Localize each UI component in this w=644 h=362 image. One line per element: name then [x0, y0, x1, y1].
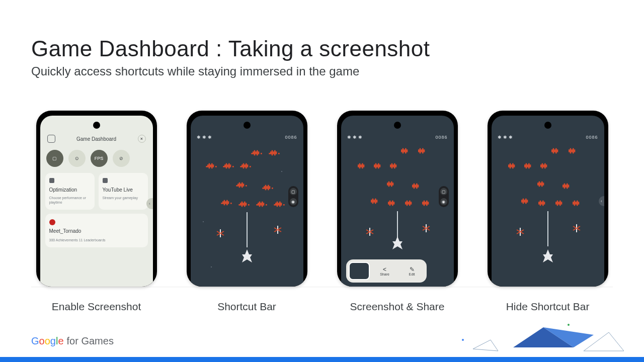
enemy-sprite — [536, 180, 547, 188]
svg-point-4 — [462, 339, 464, 341]
enemy-sprite — [567, 147, 578, 155]
enemy-sprite — [417, 147, 428, 155]
enemy-sprite — [262, 184, 273, 192]
player-beam — [547, 211, 548, 246]
enemy-sprite — [238, 200, 250, 208]
enemy-sprite — [206, 162, 217, 170]
bottom-accent-bar — [0, 357, 644, 362]
shortcut-bar[interactable]: ▢ ◉ — [439, 186, 449, 207]
shortcut-record-icon[interactable]: ◉ — [290, 198, 297, 205]
svg-point-5 — [568, 324, 570, 326]
profile-stats: 300 Achievements 11 Leaderboards — [49, 238, 144, 242]
explosion-sprite — [365, 227, 374, 236]
explosion-sprite — [216, 229, 225, 238]
caption-screenshot-share: Screenshot & Share — [332, 301, 462, 313]
row-shadow — [31, 287, 613, 288]
enemy-sprite — [404, 199, 415, 207]
dashboard-header: Game Dashboard × — [45, 135, 148, 143]
player-ship[interactable] — [541, 249, 555, 262]
game-screen: ✱✱✱ 0086 ▢ ◉ — [341, 116, 454, 287]
chip-dnd[interactable]: ⊘ — [113, 150, 130, 167]
card-title: YouTube Live — [103, 187, 144, 193]
player-ship[interactable] — [240, 249, 254, 262]
hud-lives: ✱✱✱ — [197, 135, 213, 140]
enemy-sprite — [386, 199, 397, 207]
footer-branding: Google for Games — [31, 335, 114, 347]
enemy-sprite — [523, 162, 534, 170]
card-youtube-live[interactable]: YouTube Live Stream your gameplay — [99, 173, 148, 210]
game-hud: ✱✱✱ 0086 — [197, 135, 297, 140]
hud-lives: ✱✱✱ — [498, 135, 514, 140]
edit-icon: ✎ — [410, 266, 415, 273]
chip-fps[interactable]: FPS — [91, 150, 108, 167]
svg-marker-2 — [584, 332, 624, 351]
shortcut-record-icon[interactable]: ◉ — [440, 198, 447, 205]
dashboard-screen: Game Dashboard × ▢ ⊙ FPS ⊘ Optimization … — [40, 116, 153, 287]
caption-hide-shortcut: Hide Shortcut Bar — [482, 301, 613, 313]
explosion-sprite — [572, 224, 581, 233]
enemy-sprite — [421, 199, 432, 207]
screenshot-thumbnail[interactable] — [349, 262, 370, 280]
slide-title: Game Dashboard : Taking a screenshot — [31, 36, 430, 61]
enemy-sprite — [223, 162, 234, 170]
chevron-left-icon[interactable]: ‹ — [599, 196, 604, 206]
phone-frame: ✱✱✱ 0086 — [187, 111, 307, 287]
enemy-sprite — [240, 162, 251, 170]
star-dot — [281, 171, 282, 172]
card-sub: Stream your gameplay — [103, 196, 144, 200]
card-sub: Choose performance or playtime — [49, 196, 91, 205]
edit-button[interactable]: ✎ Edit — [400, 266, 424, 276]
explosion-sprite — [422, 224, 431, 233]
profile-name: Meet_Tornado — [49, 228, 144, 234]
enemy-sprite — [221, 199, 232, 207]
phone-frame: ✱✱✱ 0086 ‹ — [488, 111, 608, 287]
enemy-sprite — [507, 162, 518, 170]
phones-row: Game Dashboard × ▢ ⊙ FPS ⊘ Optimization … — [31, 111, 613, 313]
shortcut-screenshot-icon[interactable]: ▢ — [290, 188, 297, 195]
close-icon[interactable]: × — [138, 135, 146, 143]
enemy-sprite — [550, 147, 561, 155]
decorative-polygons — [443, 320, 624, 355]
enemy-sprite — [399, 147, 411, 155]
col-enable-screenshot: Game Dashboard × ▢ ⊙ FPS ⊘ Optimization … — [31, 111, 162, 313]
card-optimization[interactable]: Optimization Choose performance or playt… — [45, 173, 95, 210]
shortcut-screenshot-icon[interactable]: ▢ — [440, 188, 447, 195]
player-ship[interactable] — [390, 236, 405, 249]
caption-enable-screenshot: Enable Screenshot — [31, 301, 162, 313]
explosion-sprite — [516, 227, 525, 236]
col-hide-shortcut-bar: ✱✱✱ 0086 ‹ Hide Short — [482, 111, 613, 313]
enemy-sprite — [372, 162, 383, 170]
enemy-sprite — [236, 181, 247, 189]
game-hud: ✱✱✱ 0086 — [498, 135, 598, 140]
enemy-sprite — [520, 197, 531, 205]
caption-shortcut-bar: Shortcut Bar — [182, 301, 312, 313]
hud-score: 0086 — [586, 135, 598, 140]
shortcut-bar[interactable]: ▢ ◉ — [288, 186, 298, 207]
enemy-sprite — [356, 162, 367, 170]
camera-notch — [544, 122, 551, 129]
camera-notch — [244, 122, 251, 129]
camera-notch — [93, 122, 100, 129]
gauge-icon — [49, 178, 54, 183]
card-title: Optimization — [49, 187, 91, 193]
dashboard-chips: ▢ ⊙ FPS ⊘ — [45, 150, 148, 167]
enemy-sprite — [385, 180, 396, 188]
game-hud: ✱✱✱ 0086 — [347, 135, 448, 140]
dashboard-settings-icon[interactable] — [47, 135, 55, 143]
game-screen: ✱✱✱ 0086 ‹ — [492, 116, 604, 287]
slide-subtitle: Quickly access shortcuts while staying i… — [31, 64, 430, 78]
enemy-sprite — [539, 162, 550, 170]
svg-marker-1 — [543, 327, 594, 347]
share-button[interactable]: < Share — [373, 266, 397, 276]
svg-marker-0 — [513, 327, 574, 347]
chip-screenshot[interactable]: ▢ — [46, 150, 63, 167]
chip-record[interactable]: ⊙ — [68, 150, 86, 167]
col-screenshot-share: ✱✱✱ 0086 ▢ ◉ — [332, 111, 462, 313]
phone-frame: Game Dashboard × ▢ ⊙ FPS ⊘ Optimization … — [36, 111, 157, 287]
slide-heading: Game Dashboard : Taking a screenshot Qui… — [31, 36, 430, 78]
enemy-sprite — [411, 182, 422, 190]
camera-notch — [394, 122, 401, 129]
card-profile[interactable]: Meet_Tornado 300 Achievements 11 Leaderb… — [45, 214, 148, 247]
hud-score: 0086 — [285, 135, 297, 140]
star-dot — [203, 221, 204, 222]
